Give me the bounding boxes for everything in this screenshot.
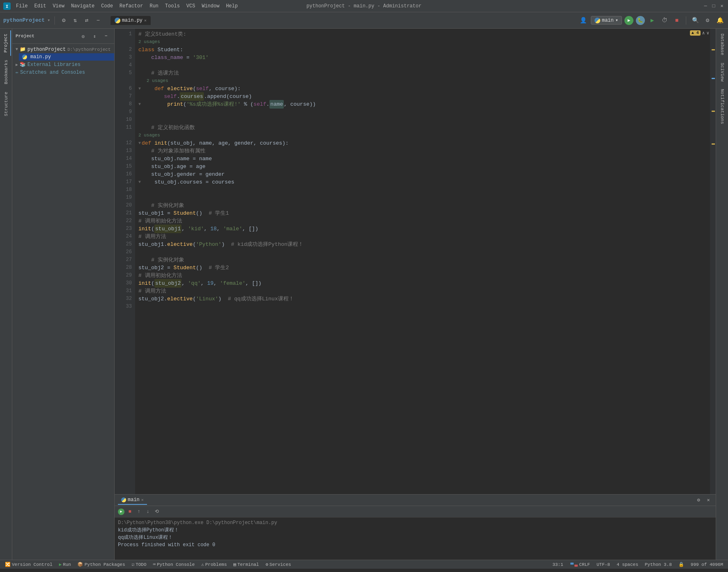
line-num-10: 10 — [115, 116, 132, 124]
menu-edit[interactable]: Edit — [32, 2, 49, 10]
stop-run-button[interactable]: ■ — [126, 508, 133, 515]
warning-count[interactable]: ▲ 4 — [690, 30, 701, 36]
encoding-icon — [570, 562, 578, 567]
project-panel-title: Project — [16, 34, 34, 39]
packages-icon: 📦 — [77, 562, 83, 567]
menu-refactor[interactable]: Refactor — [117, 2, 146, 10]
status-terminal[interactable]: ▤ Terminal — [232, 562, 260, 567]
close-panel-icon[interactable]: ✕ — [704, 496, 712, 504]
run-output-line-2: qq成功选择Linux课程！ — [118, 534, 712, 541]
run-button[interactable]: ▶ — [624, 16, 633, 25]
tree-item-project[interactable]: ▼ 📁 pythonProject D:\pythonProject — [12, 45, 114, 53]
status-python-console[interactable]: ⌨ Python Console — [151, 562, 197, 567]
menu-run[interactable]: Run — [147, 2, 161, 10]
code-line-23: init(stu_obj1, 'kid', 18, 'male', []) — [138, 225, 710, 233]
sidebar-tab-project[interactable]: Project — [1, 30, 11, 56]
close-button[interactable]: ✕ — [719, 3, 725, 9]
status-todo[interactable]: ☑ TODO — [130, 562, 148, 567]
profiler-icon[interactable]: ⏱ — [660, 16, 669, 25]
warning-nav-up[interactable]: ∧ — [702, 30, 705, 36]
menu-vcs[interactable]: VCS — [183, 2, 198, 10]
warning-nav-down[interactable]: ∨ — [706, 30, 709, 36]
menu-tools[interactable]: Tools — [162, 2, 183, 10]
file-tab-close-icon[interactable]: ✕ — [144, 18, 147, 23]
app-logo-icon: I — [3, 2, 11, 10]
line-num-19: 19 — [115, 194, 132, 202]
fold-17[interactable]: ▼ — [138, 178, 141, 186]
stop-button[interactable]: ■ — [672, 16, 682, 25]
vcs-icon: 🔀 — [5, 562, 11, 567]
menu-help[interactable]: Help — [223, 2, 241, 10]
menu-navigate[interactable]: Navigate — [68, 2, 97, 10]
nav-icon[interactable]: ⇄ — [82, 16, 92, 25]
collapse-all-icon[interactable]: − — [101, 31, 111, 41]
sync-icon[interactable]: ⇅ — [70, 16, 80, 25]
run-tab-close[interactable]: ✕ — [141, 497, 144, 502]
status-vcs[interactable]: 🔀 Version Control — [3, 562, 54, 567]
status-position[interactable]: 33:1 — [551, 562, 565, 567]
restore-button[interactable]: □ — [711, 3, 717, 9]
rerun-button[interactable]: ▶ — [118, 508, 124, 515]
line-num-27: 27 — [115, 256, 132, 264]
sciview-panel-tab[interactable]: SciView — [718, 59, 727, 85]
menu-file[interactable]: File — [13, 2, 31, 10]
file-tab-main-py[interactable]: main.py ✕ — [111, 16, 151, 25]
scroll-up-icon[interactable]: ↑ — [135, 508, 142, 515]
menu-window[interactable]: Window — [199, 2, 222, 10]
status-charset[interactable]: UTF-8 — [595, 562, 612, 567]
settings-tool-icon[interactable]: ⚙ — [694, 496, 703, 504]
line-num-14: 14 — [115, 155, 132, 163]
run-tab[interactable]: main ✕ — [118, 496, 147, 505]
profile-icon[interactable]: 👤 — [579, 16, 588, 25]
scroll-down-icon[interactable]: ↓ — [144, 508, 151, 515]
run-config-dropdown[interactable]: main ▾ — [591, 16, 622, 25]
line-num-9: 9 — [115, 108, 132, 116]
wrap-icon[interactable]: ⟲ — [153, 508, 161, 515]
warning-area: ▲ 4 ∧ ∨ — [690, 30, 709, 36]
tree-item-external-libs[interactable]: ▶ 📚 External Libraries — [12, 61, 114, 68]
collapse-icon[interactable]: − — [93, 16, 103, 25]
search-everywhere-icon[interactable]: 🔍 — [690, 16, 700, 25]
status-indent[interactable]: 4 spaces — [615, 562, 640, 567]
expand-all-icon[interactable]: ⇕ — [90, 31, 99, 41]
status-run-btn[interactable]: ▶ Run — [57, 562, 72, 567]
line-num-13: 13 — [115, 147, 132, 155]
title-bar-right: ─ □ ✕ — [703, 3, 725, 9]
status-python-packages[interactable]: 📦 Python Packages — [76, 562, 127, 567]
menu-code[interactable]: Code — [98, 2, 116, 10]
tree-item-scratches[interactable]: ✏ Scratches and Consoles — [12, 68, 114, 76]
status-services[interactable]: ⚙ Services — [264, 562, 292, 567]
editor-area: 1 2 3 4 5 6 7 8 9 10 11 12 13 14 15 16 1… — [115, 29, 716, 560]
python-file-icon — [115, 18, 120, 23]
status-problems[interactable]: ⚠ Problems — [200, 562, 228, 567]
status-git-icon[interactable]: 🔒 — [677, 562, 686, 567]
code-content[interactable]: # 定义Student类: 2 usages class Student: cl… — [135, 29, 710, 494]
svg-text:I: I — [6, 4, 9, 9]
line-num-11: 11 — [115, 124, 132, 132]
notifications-panel-tab[interactable]: Notifications — [718, 86, 727, 127]
status-memory[interactable]: 999 of 4096M — [689, 562, 725, 567]
menu-view[interactable]: View — [50, 2, 68, 10]
menu-bar: File Edit View Navigate Code Refactor Ru… — [13, 2, 241, 10]
run-command-line: D:\Python\Python38\python.exe D:\pythonP… — [118, 519, 712, 527]
fold-8[interactable]: ▼ — [138, 100, 141, 108]
project-dropdown-icon[interactable]: ▾ — [47, 17, 50, 23]
fold-6[interactable]: ▼ — [138, 85, 141, 93]
line-num-2: 2 — [115, 46, 132, 54]
database-panel-tab[interactable]: Database — [718, 30, 727, 59]
status-python-version[interactable]: Python 3.8 — [643, 562, 674, 567]
charset-label: UTF-8 — [597, 562, 610, 567]
fold-12[interactable]: ▼ — [138, 139, 141, 147]
sidebar-tab-bookmarks[interactable]: Bookmarks — [2, 57, 11, 87]
sidebar-tab-structure[interactable]: Structure — [2, 89, 11, 119]
locate-icon[interactable]: ◎ — [78, 31, 88, 41]
minimize-button[interactable]: ─ — [703, 3, 708, 9]
status-encoding[interactable]: CRLF — [568, 562, 592, 567]
settings-icon[interactable]: ⚙ — [59, 16, 69, 25]
gutter-mark-1 — [712, 49, 715, 50]
debug-button[interactable]: 🐛 — [636, 16, 645, 25]
settings-gear-icon[interactable]: ⚙ — [703, 16, 712, 25]
tree-item-main-py[interactable]: main.py — [19, 53, 114, 61]
run-with-coverage[interactable]: ▶ — [647, 16, 657, 25]
notifications-icon[interactable]: 🔔 — [715, 16, 725, 25]
